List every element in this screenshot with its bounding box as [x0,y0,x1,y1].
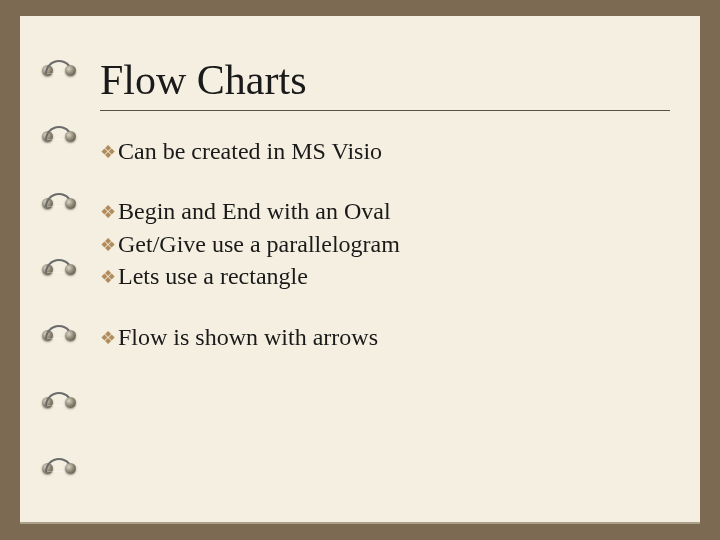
list-item: ❖ Lets use a rectangle [100,260,660,292]
bullet-text: Can be created in MS Visio [118,135,382,167]
bullet-group: ❖ Flow is shown with arrows [100,321,660,353]
diamond-bullet-icon: ❖ [100,140,116,164]
diamond-bullet-icon: ❖ [100,265,116,289]
title-divider [100,110,670,111]
bullet-group: ❖ Begin and End with an Oval ❖ Get/Give … [100,195,660,292]
list-item: ❖ Get/Give use a parallelogram [100,228,660,260]
slide-content: ❖ Can be created in MS Visio ❖ Begin and… [100,135,660,353]
slide: Flow Charts ❖ Can be created in MS Visio… [20,16,700,524]
bullet-group: ❖ Can be created in MS Visio [100,135,660,167]
bullet-text: Get/Give use a parallelogram [118,228,400,260]
spiral-binding [42,16,82,524]
diamond-bullet-icon: ❖ [100,326,116,350]
list-item: ❖ Begin and End with an Oval [100,195,660,227]
bottom-border [20,522,700,524]
bullet-text: Begin and End with an Oval [118,195,391,227]
slide-title: Flow Charts [100,56,660,104]
diamond-bullet-icon: ❖ [100,233,116,257]
list-item: ❖ Can be created in MS Visio [100,135,660,167]
bullet-text: Flow is shown with arrows [118,321,378,353]
diamond-bullet-icon: ❖ [100,200,116,224]
bullet-text: Lets use a rectangle [118,260,308,292]
list-item: ❖ Flow is shown with arrows [100,321,660,353]
